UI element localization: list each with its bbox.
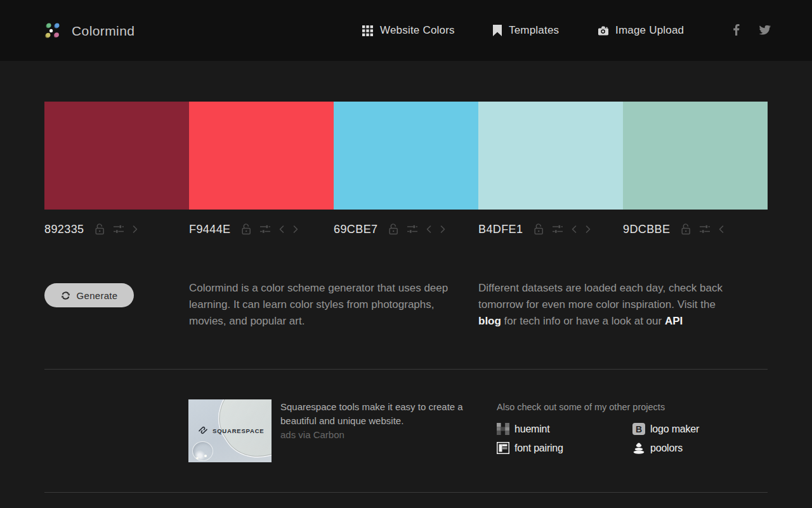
svg-text:B: B [636, 424, 642, 434]
